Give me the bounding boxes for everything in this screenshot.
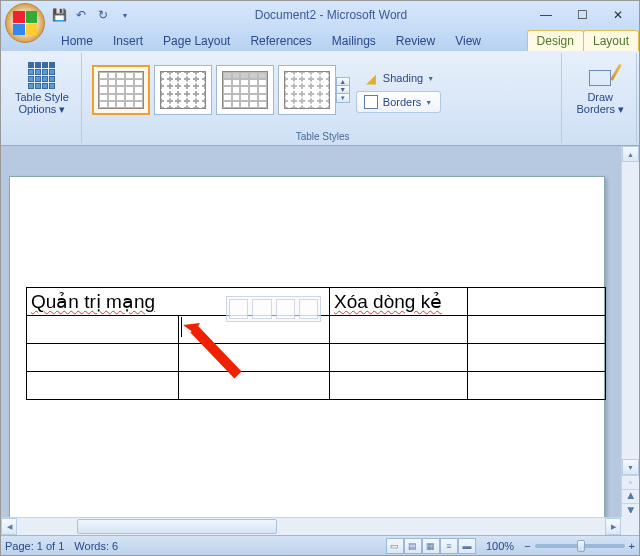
view-outline-button[interactable]: ≡ [440,538,458,554]
cell[interactable] [27,344,179,372]
ribbon: Table Style Options ▾ ▲ ▼ ▾ Shading ▼ [1,51,639,146]
chevron-down-icon: ▼ [425,99,432,106]
zoom-track[interactable] [535,544,625,548]
undo-icon[interactable]: ↶ [73,7,89,23]
scroll-track[interactable] [17,518,605,535]
close-button[interactable]: ✕ [601,5,635,25]
cell[interactable] [178,344,330,372]
cell-c1[interactable]: Xóa dòng kẻ [330,288,468,316]
office-logo-icon [13,11,37,35]
document-page[interactable]: Quản trị mạng Xóa dòng kẻ [9,176,605,535]
ribbon-tabs: Home Insert Page Layout References Maili… [1,29,639,51]
view-draft-button[interactable]: ▬ [458,538,476,554]
draw-borders-button[interactable]: Draw Borders ▾ [570,55,630,119]
bucket-icon [363,70,379,86]
qat-dropdown-icon[interactable]: ▾ [117,7,133,23]
borders-icon [363,94,379,110]
group-table-styles: ▲ ▼ ▾ Shading ▼ Borders ▼ Table Styles [84,53,563,143]
borders-button[interactable]: Borders ▼ [356,91,441,113]
prev-page-button[interactable]: ⯅ [622,489,639,503]
style-thumb-2[interactable] [154,65,212,115]
style-thumb-1[interactable] [92,65,150,115]
gallery-down-button[interactable]: ▼ [337,86,349,94]
table-style-options-button[interactable]: Table Style Options ▾ [9,55,75,119]
office-button[interactable] [5,3,45,43]
zoom-slider: − + [524,540,635,552]
view-buttons: ▭ ▤ ▦ ≡ ▬ [386,538,476,554]
status-bar: Page: 1 of 1 Words: 6 ▭ ▤ ▦ ≡ ▬ 100% − + [1,535,639,555]
cell[interactable] [330,372,468,400]
text-cursor [181,317,182,337]
cell[interactable] [468,372,606,400]
paste-options-overlay[interactable] [226,296,321,322]
save-icon[interactable]: 💾 [51,7,67,23]
minimize-button[interactable]: — [529,5,563,25]
view-web-button[interactable]: ▦ [422,538,440,554]
scroll-right-button[interactable]: ▶ [605,518,621,535]
vertical-scrollbar[interactable]: ▲ ▼ ◦ ⯅ ⯆ [621,146,639,517]
cell-d1[interactable] [468,288,606,316]
status-page[interactable]: Page: 1 of 1 [5,540,64,552]
zoom-level[interactable]: 100% [486,540,514,552]
group-draw-borders: Draw Borders ▾ [564,53,637,143]
tab-references[interactable]: References [240,30,321,51]
table-icon [26,59,58,91]
tab-design[interactable]: Design [527,30,584,51]
tab-view[interactable]: View [445,30,491,51]
tab-mailings[interactable]: Mailings [322,30,386,51]
tab-review[interactable]: Review [386,30,445,51]
zoom-in-button[interactable]: + [629,540,635,552]
title-bar: 💾 ↶ ↻ ▾ Document2 - Microsoft Word — ☐ ✕ [1,1,639,29]
group-label-table-styles: Table Styles [84,131,562,142]
cell[interactable] [330,316,468,344]
maximize-button[interactable]: ☐ [565,5,599,25]
gallery-more-button[interactable]: ▾ [337,94,349,102]
tab-home[interactable]: Home [51,30,103,51]
window-controls: — ☐ ✕ [529,5,635,25]
scroll-thumb[interactable] [77,519,277,534]
browse-object-button[interactable]: ◦ [622,475,639,489]
scroll-up-button[interactable]: ▲ [622,146,639,162]
zoom-out-button[interactable]: − [524,540,530,552]
scroll-left-button[interactable]: ◀ [1,518,17,535]
tab-insert[interactable]: Insert [103,30,153,51]
cell[interactable] [330,344,468,372]
horizontal-scrollbar[interactable]: ◀ ▶ [1,517,621,535]
shading-button[interactable]: Shading ▼ [356,67,441,89]
tab-page-layout[interactable]: Page Layout [153,30,240,51]
cell[interactable] [468,344,606,372]
chevron-down-icon: ▼ [427,75,434,82]
view-full-screen-button[interactable]: ▤ [404,538,422,554]
table-styles-gallery: ▲ ▼ ▾ Shading ▼ Borders ▼ [90,55,556,125]
gallery-scroll: ▲ ▼ ▾ [336,77,350,103]
scroll-track[interactable] [622,162,639,459]
document-area: Dr Bor Quản trị mạng Xóa dòng kẻ [1,146,639,535]
quick-access-toolbar: 💾 ↶ ↻ ▾ [51,7,133,23]
next-page-button[interactable]: ⯆ [622,503,639,517]
cell[interactable] [27,316,179,344]
style-thumb-3[interactable] [216,65,274,115]
view-print-layout-button[interactable]: ▭ [386,538,404,554]
cell[interactable] [27,372,179,400]
status-words[interactable]: Words: 6 [74,540,118,552]
style-thumb-4[interactable] [278,65,336,115]
table-row[interactable] [27,372,606,400]
window-title: Document2 - Microsoft Word [133,8,529,22]
zoom-thumb[interactable] [577,540,585,552]
cell[interactable] [178,372,330,400]
gallery-up-button[interactable]: ▲ [337,78,349,86]
cell[interactable] [468,316,606,344]
scroll-down-button[interactable]: ▼ [622,459,639,475]
pen-table-icon [584,59,616,91]
group-table-style-options: Table Style Options ▾ [3,53,82,143]
table-row[interactable] [27,344,606,372]
redo-icon[interactable]: ↻ [95,7,111,23]
tab-layout[interactable]: Layout [583,30,639,51]
scroll-corner [621,517,639,535]
